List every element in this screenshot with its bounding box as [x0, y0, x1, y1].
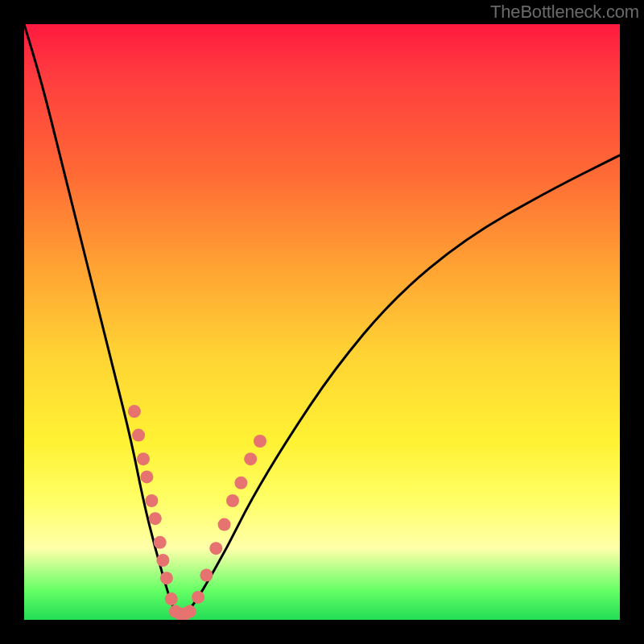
marker-dot — [156, 554, 169, 567]
attribution-text: TheBottleneck.com — [490, 2, 639, 23]
marker-dot — [140, 470, 153, 483]
marker-dot — [218, 518, 231, 531]
marker-dot — [145, 494, 158, 507]
marker-dot — [132, 429, 145, 442]
marker-dot — [192, 591, 204, 604]
bottleneck-curve — [24, 24, 620, 614]
marker-dot — [226, 494, 239, 507]
marker-dot — [244, 452, 257, 465]
marker-dot — [154, 536, 167, 549]
marker-dot — [184, 605, 196, 618]
marker-dot — [200, 569, 213, 582]
plot-svg — [24, 24, 620, 620]
chart-stage: TheBottleneck.com — [0, 0, 644, 644]
marker-dot — [137, 452, 150, 465]
marker-dot — [165, 592, 178, 605]
marker-dot — [254, 435, 266, 448]
marker-dot — [160, 572, 173, 584]
marker-dot — [209, 542, 222, 555]
marker-dot — [149, 512, 162, 525]
plot-area — [24, 24, 620, 620]
marker-dot — [128, 405, 141, 418]
marker-dot — [234, 477, 247, 489]
